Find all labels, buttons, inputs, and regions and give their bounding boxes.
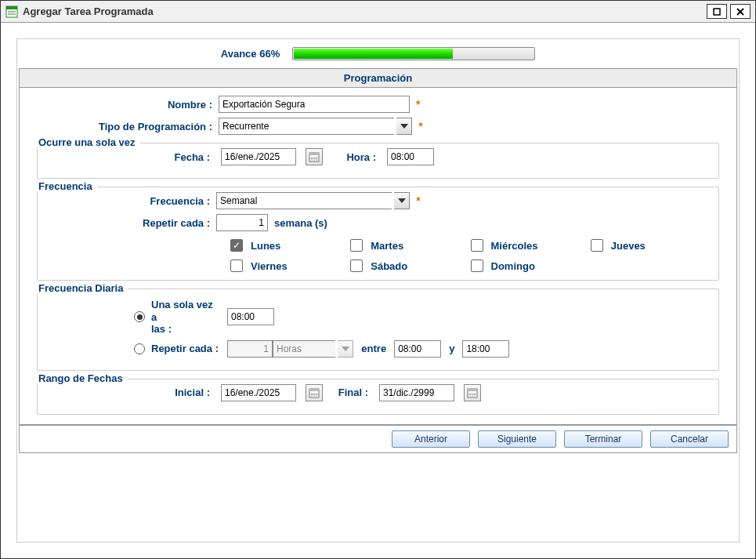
checkbox-icon[interactable] xyxy=(591,239,603,252)
daily-legend: Frecuencia Diaria xyxy=(35,282,128,294)
day-label: Viernes xyxy=(251,260,288,272)
chevron-down-icon xyxy=(338,340,353,358)
fieldset-once: Ocurre una sola vez Fecha : Hora : xyxy=(37,143,719,179)
day-label: Martes xyxy=(371,240,403,252)
entre-from-input[interactable] xyxy=(394,340,441,358)
svg-rect-9 xyxy=(309,153,319,155)
svg-rect-4 xyxy=(714,9,720,15)
calendar-icon[interactable] xyxy=(306,384,323,401)
hora-label: Hora : xyxy=(327,151,382,163)
repetir-input[interactable] xyxy=(216,214,268,231)
day-jueves[interactable]: Jueves xyxy=(591,239,711,252)
svg-marker-7 xyxy=(400,124,408,129)
panel-programacion: Programación Nombre : * Tipo de Programa… xyxy=(19,68,737,425)
button-row: Anterior Siguiente Terminar Cancelar xyxy=(19,425,737,453)
anterior-button[interactable]: Anterior xyxy=(392,430,470,448)
day-viernes[interactable]: Viernes xyxy=(230,260,350,272)
day-lunes[interactable]: Lunes xyxy=(230,239,350,252)
checkbox-icon[interactable] xyxy=(471,260,483,272)
daily-repeat-value xyxy=(227,340,273,358)
inicial-input[interactable] xyxy=(221,384,296,401)
progress-row: Avance 66% xyxy=(17,47,739,60)
chevron-down-icon[interactable] xyxy=(394,192,410,209)
fieldset-freq: Frecuencia Frecuencia : * Repetir cada : xyxy=(37,187,719,281)
svg-rect-1 xyxy=(6,6,17,9)
row-daily-once: Una sola vez alas : xyxy=(45,299,711,336)
close-button[interactable] xyxy=(730,4,751,19)
day-label: Jueves xyxy=(611,240,646,252)
day-label: Domingo xyxy=(491,260,535,272)
final-input[interactable] xyxy=(379,384,454,401)
row-repetir: Repetir cada : semana (s) xyxy=(45,214,711,231)
frecuencia-select[interactable] xyxy=(216,192,410,209)
svg-marker-15 xyxy=(342,347,349,351)
terminar-button[interactable]: Terminar xyxy=(564,430,642,448)
repetir-label: Repetir cada : xyxy=(45,217,216,229)
row-frecuencia: Frecuencia : * xyxy=(45,192,711,209)
cancelar-button[interactable]: Cancelar xyxy=(650,430,729,448)
required-icon: * xyxy=(416,194,420,207)
fecha-input[interactable] xyxy=(221,148,296,165)
required-icon: * xyxy=(418,120,422,132)
progress-fill xyxy=(294,49,453,59)
panel-body: Nombre : * Tipo de Programación : * xyxy=(19,88,737,425)
radio-repeat[interactable] xyxy=(134,343,145,354)
frecuencia-value[interactable] xyxy=(216,192,392,209)
fecha-label: Fecha : xyxy=(45,151,216,163)
daily-unit-value xyxy=(273,340,335,358)
day-miércoles[interactable]: Miércoles xyxy=(471,239,591,252)
day-domingo[interactable]: Domingo xyxy=(471,260,591,272)
hora-input[interactable] xyxy=(387,148,434,165)
entre-label: entre xyxy=(353,343,394,354)
day-sábado[interactable]: Sábado xyxy=(350,260,470,272)
once-legend: Ocurre una sola vez xyxy=(35,136,140,148)
calendar-icon[interactable] xyxy=(464,384,481,401)
radio-once[interactable] xyxy=(134,311,145,322)
svg-rect-23 xyxy=(468,389,477,391)
nombre-input[interactable] xyxy=(219,96,410,113)
required-icon: * xyxy=(416,98,420,111)
tipo-label: Tipo de Programación : xyxy=(34,121,219,132)
maximize-button[interactable] xyxy=(707,4,727,19)
app-icon xyxy=(5,5,18,18)
daily-unit-select xyxy=(273,340,353,358)
window-title: Agregar Tarea Programada xyxy=(23,5,704,17)
content-area: Avance 66% Programación Nombre : * Tipo … xyxy=(1,23,755,558)
fieldset-range: Rango de Fechas Inicial : Final : xyxy=(37,379,719,415)
checkbox-icon[interactable] xyxy=(350,260,363,272)
daily-opt1-label: Una sola vez alas : xyxy=(145,299,227,336)
window: Agregar Tarea Programada Avance 66% Prog… xyxy=(0,0,756,559)
y-label: y xyxy=(441,343,462,354)
frecuencia-label: Frecuencia : xyxy=(45,195,216,207)
nombre-label: Nombre : xyxy=(34,99,219,111)
calendar-icon[interactable] xyxy=(306,148,323,165)
day-martes[interactable]: Martes xyxy=(350,239,470,252)
inicial-label: Inicial : xyxy=(45,387,216,398)
checkbox-icon[interactable] xyxy=(350,239,363,252)
row-once: Fecha : Hora : xyxy=(45,148,711,165)
siguiente-button[interactable]: Siguiente xyxy=(478,430,556,448)
row-tipo: Tipo de Programación : * xyxy=(34,118,722,135)
row-range: Inicial : Final : xyxy=(45,384,711,401)
daily-opt2-label: Repetir cada : xyxy=(145,343,227,354)
panel-title: Programación xyxy=(19,68,737,88)
tipo-select[interactable] xyxy=(219,118,412,135)
checkbox-icon[interactable] xyxy=(230,260,243,272)
daily-once-time[interactable] xyxy=(227,308,274,325)
day-label: Lunes xyxy=(251,240,280,252)
entre-to-input[interactable] xyxy=(462,340,509,358)
progress-label: Avance 66% xyxy=(221,48,280,60)
day-label: Miércoles xyxy=(491,240,538,252)
repetir-unit: semana (s) xyxy=(274,217,327,229)
svg-rect-17 xyxy=(309,389,319,391)
checkbox-icon[interactable] xyxy=(230,239,243,252)
range-legend: Rango de Fechas xyxy=(35,372,128,384)
row-nombre: Nombre : * xyxy=(34,96,722,113)
chevron-down-icon[interactable] xyxy=(396,118,412,135)
fieldset-daily: Frecuencia Diaria Una sola vez alas : xyxy=(37,289,719,371)
final-label: Final : xyxy=(327,387,374,398)
checkbox-icon[interactable] xyxy=(471,239,483,252)
svg-marker-14 xyxy=(398,198,406,203)
inner-frame: Avance 66% Programación Nombre : * Tipo … xyxy=(16,38,740,543)
tipo-value[interactable] xyxy=(219,118,394,135)
